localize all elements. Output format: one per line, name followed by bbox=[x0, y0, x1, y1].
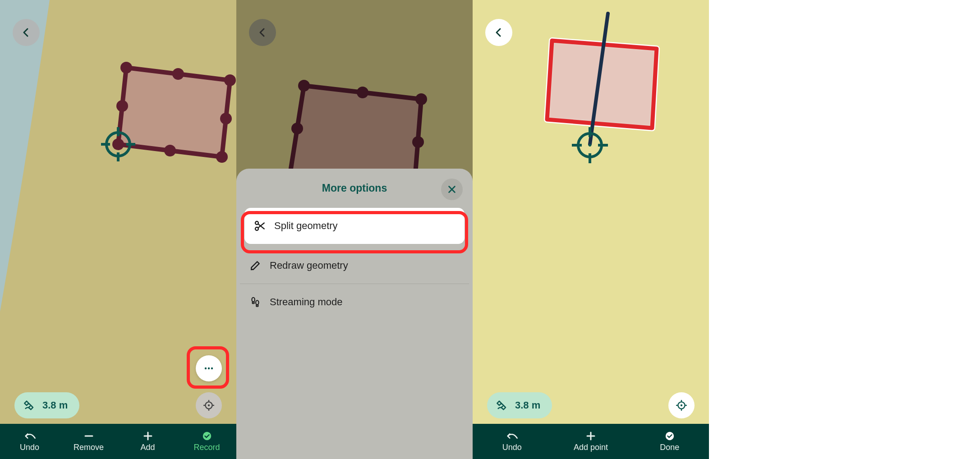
close-button[interactable] bbox=[441, 179, 463, 200]
nav-done[interactable]: Done bbox=[630, 424, 709, 459]
nav-add-point[interactable]: Add point bbox=[552, 424, 630, 459]
svg-point-15 bbox=[208, 367, 210, 369]
locate-button[interactable] bbox=[668, 392, 695, 418]
svg-point-29 bbox=[357, 87, 368, 98]
svg-rect-40 bbox=[256, 305, 258, 307]
redraw-icon bbox=[249, 259, 262, 272]
svg-point-48 bbox=[589, 144, 591, 147]
undo-icon bbox=[506, 431, 518, 441]
nav-undo[interactable]: Undo bbox=[0, 424, 59, 459]
bottom-nav: Undo Add point Done bbox=[473, 424, 709, 459]
satellite-icon bbox=[23, 399, 36, 412]
svg-point-1 bbox=[120, 62, 132, 73]
option-streaming-mode[interactable]: Streaming mode bbox=[240, 284, 469, 320]
nav-add-point-label: Add point bbox=[574, 443, 608, 452]
chevron-left-icon bbox=[21, 27, 32, 38]
svg-point-30 bbox=[415, 93, 427, 105]
map-background bbox=[473, 0, 709, 459]
locate-icon bbox=[676, 399, 687, 411]
svg-point-37 bbox=[252, 298, 255, 302]
panel-split-line: 3.8 m Undo Add bbox=[473, 0, 709, 459]
nav-remove[interactable]: Remove bbox=[59, 424, 118, 459]
more-options-sheet: More options Split geometry Redraw geome… bbox=[236, 169, 473, 459]
check-circle-icon bbox=[201, 431, 213, 441]
svg-point-16 bbox=[211, 367, 213, 369]
gps-accuracy-value: 3.8 m bbox=[515, 399, 540, 411]
svg-point-4 bbox=[220, 113, 232, 124]
svg-point-57 bbox=[666, 432, 674, 440]
svg-point-50 bbox=[681, 404, 682, 406]
minus-icon bbox=[83, 431, 95, 441]
more-options-button[interactable] bbox=[196, 355, 222, 381]
sheet-title: More options bbox=[236, 182, 473, 194]
svg-line-36 bbox=[258, 223, 264, 228]
nav-remove-label: Remove bbox=[74, 443, 104, 452]
panel-edit-vertices: 3.8 m Undo Remo bbox=[0, 0, 236, 459]
svg-point-7 bbox=[112, 138, 124, 150]
footsteps-icon bbox=[249, 296, 262, 308]
svg-line-35 bbox=[258, 224, 264, 229]
check-circle-icon bbox=[663, 431, 676, 441]
nav-record[interactable]: Record bbox=[177, 424, 236, 459]
svg-point-32 bbox=[291, 123, 303, 134]
nav-undo[interactable]: Undo bbox=[473, 424, 552, 459]
svg-point-26 bbox=[202, 432, 211, 440]
svg-rect-38 bbox=[253, 302, 254, 303]
more-horizontal-icon bbox=[203, 363, 214, 374]
locate-icon bbox=[203, 399, 215, 411]
chevron-left-icon bbox=[493, 27, 504, 38]
chevron-left-icon bbox=[257, 27, 268, 38]
back-button[interactable] bbox=[249, 19, 276, 46]
plus-icon bbox=[584, 431, 597, 441]
svg-point-8 bbox=[116, 100, 128, 112]
undo-icon bbox=[23, 431, 36, 441]
svg-point-31 bbox=[412, 136, 424, 148]
option-redraw-label: Redraw geometry bbox=[270, 260, 348, 271]
close-icon bbox=[447, 184, 457, 194]
plus-icon bbox=[142, 431, 154, 441]
panel-more-options: More options Split geometry Redraw geome… bbox=[236, 0, 473, 459]
back-button[interactable] bbox=[13, 19, 40, 46]
nav-undo-label: Undo bbox=[502, 443, 522, 452]
svg-point-18 bbox=[208, 404, 210, 406]
nav-undo-label: Undo bbox=[20, 443, 39, 452]
option-split-label: Split geometry bbox=[274, 220, 338, 232]
svg-point-39 bbox=[256, 300, 259, 305]
option-redraw-geometry[interactable]: Redraw geometry bbox=[240, 248, 469, 284]
gps-accuracy-value: 3.8 m bbox=[42, 399, 68, 411]
scissors-icon bbox=[253, 220, 266, 232]
bottom-nav: Undo Remove Add Record bbox=[0, 424, 236, 459]
nav-add[interactable]: Add bbox=[118, 424, 177, 459]
locate-button[interactable] bbox=[196, 392, 222, 418]
svg-point-14 bbox=[205, 367, 207, 369]
svg-point-6 bbox=[164, 145, 176, 156]
gps-accuracy-pill[interactable]: 3.8 m bbox=[487, 392, 552, 418]
svg-point-28 bbox=[298, 80, 310, 92]
nav-done-label: Done bbox=[660, 443, 679, 452]
svg-point-2 bbox=[172, 68, 184, 80]
option-streaming-label: Streaming mode bbox=[270, 296, 342, 308]
svg-point-5 bbox=[216, 151, 228, 163]
svg-point-3 bbox=[224, 74, 236, 86]
gps-accuracy-pill[interactable]: 3.8 m bbox=[14, 392, 79, 418]
nav-add-label: Add bbox=[140, 443, 155, 452]
nav-record-label: Record bbox=[193, 443, 220, 452]
back-button[interactable] bbox=[485, 19, 512, 46]
option-split-geometry[interactable]: Split geometry bbox=[244, 208, 465, 244]
map-background bbox=[0, 0, 236, 459]
satellite-icon bbox=[496, 399, 509, 412]
